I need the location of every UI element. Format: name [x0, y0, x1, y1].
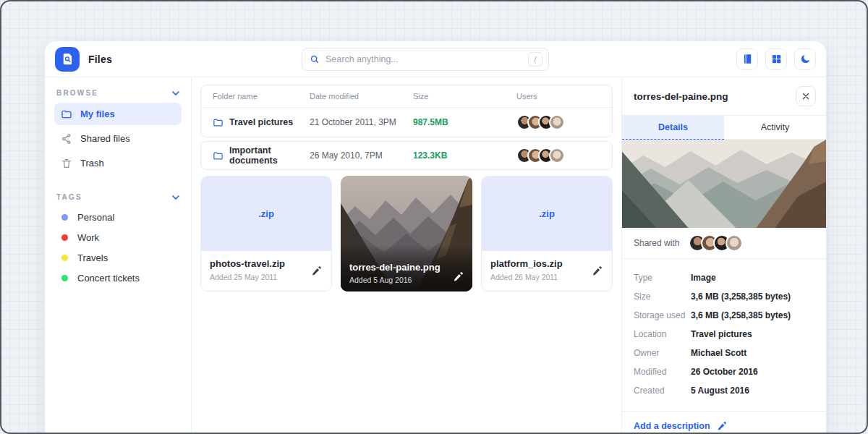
tag-item-concert-tickets[interactable]: Concert tickets — [54, 268, 182, 288]
detail-row-type: Type Image — [634, 273, 814, 283]
file-name: platform_ios.zip — [490, 258, 603, 269]
avatar — [549, 114, 565, 130]
tag-item-work[interactable]: Work — [54, 227, 182, 247]
sidebar-item-label: Trash — [80, 158, 104, 169]
file-added-date: Added 5 Aug 2016 — [349, 276, 441, 284]
book-icon — [742, 54, 753, 64]
detail-row-location: Location Travel pictures — [634, 329, 814, 339]
app-logo[interactable] — [55, 47, 80, 72]
folder-row-important-documents[interactable]: Important documents 26 May 2010, 7PM 123… — [201, 142, 612, 169]
main-content: Folder name Date modified Size Users Tra… — [192, 77, 621, 434]
edit-pencil-icon[interactable] — [311, 265, 322, 276]
detail-label: Type — [634, 273, 691, 283]
tags-label: TAGS — [56, 193, 82, 201]
zip-thumbnail: .zip — [201, 176, 331, 251]
close-icon — [801, 92, 810, 101]
sidebar-item-shared-files[interactable]: Shared files — [54, 127, 182, 150]
detail-row-owner: Owner Michael Scott — [634, 348, 814, 358]
search-input[interactable]: Search anything... / — [302, 48, 549, 71]
user-avatars — [516, 114, 600, 130]
search-placeholder: Search anything... — [326, 54, 522, 64]
tag-color-dot — [61, 275, 68, 281]
column-header-users: Users — [516, 92, 600, 101]
browse-label: BROWSE — [56, 89, 98, 97]
detail-value: 3,6 MB (3,258,385 bytes) — [691, 310, 791, 320]
detail-value: 5 August 2016 — [691, 386, 749, 396]
folder-icon — [213, 117, 224, 128]
folder-name: Travel pictures — [229, 117, 293, 127]
app-header: Files Search anything... / — [45, 41, 826, 77]
detail-value: 3,6 MB (3,258,385 bytes) — [691, 292, 791, 302]
file-name: torres-del-paine.png — [349, 262, 441, 273]
grid-icon — [771, 54, 782, 64]
user-avatars — [516, 148, 600, 163]
tab-activity[interactable]: Activity — [724, 116, 826, 140]
detail-label: Owner — [634, 348, 691, 358]
panel-file-title: torres-del-paine.png — [634, 91, 728, 102]
date-modified: 21 October 2011, 3PM — [310, 117, 413, 127]
search-icon — [310, 54, 320, 64]
file-card-grid: .zip photos-travel.zip Added 25 May 2011 — [200, 176, 613, 292]
detail-label: Created — [634, 386, 691, 396]
detail-label: Modified — [634, 367, 691, 377]
sidebar-item-my-files[interactable]: My files — [54, 103, 182, 125]
detail-label: Location — [634, 329, 691, 339]
detail-value: Travel pictures — [691, 329, 752, 339]
tag-item-travels[interactable]: Travels — [54, 247, 182, 268]
chevron-down-icon[interactable] — [172, 195, 179, 200]
column-header-size: Size — [413, 92, 516, 101]
file-card-photos-travel-zip[interactable]: .zip photos-travel.zip Added 25 May 2011 — [200, 176, 332, 292]
folder-row-travel-pictures[interactable]: Travel pictures 21 October 2011, 3PM 987… — [201, 108, 612, 137]
detail-value: 26 October 2016 — [691, 367, 758, 377]
tag-label: Work — [77, 232, 99, 243]
edit-pencil-icon[interactable] — [453, 271, 464, 282]
search-shortcut-key: / — [528, 52, 542, 67]
screenshot-frame: { "header": { "app_title": "Files", "sea… — [0, 0, 868, 434]
zip-thumbnail: .zip — [482, 176, 612, 251]
dark-mode-button[interactable] — [794, 48, 816, 70]
table-header-row: Folder name Date modified Size Users — [201, 85, 612, 108]
tag-label: Travels — [77, 252, 108, 263]
sidebar-item-label: Shared files — [80, 133, 130, 144]
header-actions — [736, 48, 816, 70]
trash-icon — [61, 158, 72, 169]
shared-with-row: Shared with — [622, 228, 826, 259]
tag-label: Concert tickets — [77, 273, 140, 284]
detail-value: Image — [691, 273, 716, 283]
panel-tabs: Details Activity — [622, 115, 826, 140]
library-button[interactable] — [736, 48, 758, 70]
zip-badge: .zip — [258, 208, 274, 219]
file-details-list: Type Image Size 3,6 MB (3,258,385 bytes)… — [622, 259, 826, 412]
tag-color-dot — [61, 234, 68, 241]
detail-row-storage-used: Storage used 3,6 MB (3,258,385 bytes) — [634, 310, 814, 320]
detail-label: Storage used — [634, 310, 691, 320]
share-icon — [61, 133, 72, 145]
close-panel-button[interactable] — [796, 86, 816, 106]
folder-icon — [61, 109, 72, 120]
column-header-folder-name: Folder name — [213, 92, 310, 101]
chevron-down-icon[interactable] — [172, 91, 179, 95]
details-panel: torres-del-paine.png Details Activity — [621, 77, 826, 434]
column-header-date-modified: Date modified — [310, 92, 413, 101]
tag-item-personal[interactable]: Personal — [54, 207, 182, 227]
zip-badge: .zip — [539, 208, 555, 219]
file-card-platform-ios-zip[interactable]: .zip platform_ios.zip Added 26 May 2011 — [481, 176, 613, 292]
folder-size: 123.3KB — [413, 150, 516, 161]
avatar — [726, 234, 743, 252]
folder-size: 987.5MB — [413, 117, 516, 127]
detail-value: Michael Scott — [691, 348, 746, 358]
file-card-torres-del-paine-png[interactable]: torres-del-paine.png Added 5 Aug 2016 — [341, 176, 472, 292]
sidebar: BROWSE My files Shared files — [45, 77, 192, 434]
grid-view-button[interactable] — [765, 48, 787, 70]
add-description-button[interactable]: Add a description — [622, 412, 826, 434]
sidebar-item-trash[interactable]: Trash — [54, 152, 182, 174]
sidebar-item-label: My files — [80, 109, 115, 119]
avatar — [549, 148, 565, 163]
shared-avatars — [689, 234, 743, 252]
tag-color-dot — [61, 255, 68, 261]
folder-name: Important documents — [229, 145, 310, 166]
edit-pencil-icon[interactable] — [592, 265, 603, 276]
app-window: Files Search anything... / — [45, 41, 826, 434]
add-description-label: Add a description — [634, 421, 710, 431]
tab-details[interactable]: Details — [622, 116, 724, 140]
